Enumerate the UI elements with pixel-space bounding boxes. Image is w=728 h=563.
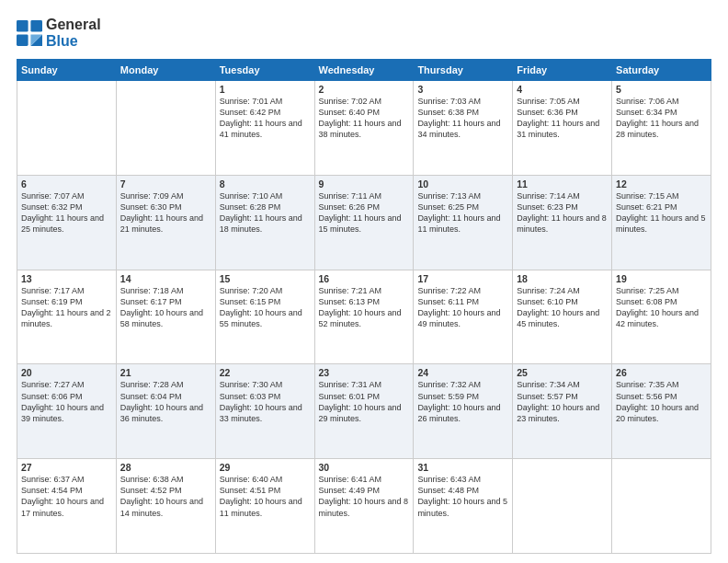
logo: General Blue xyxy=(17,17,101,50)
day-number: 6 xyxy=(21,178,112,190)
day-number: 18 xyxy=(517,273,608,284)
day-info: Sunrise: 7:03 AM Sunset: 6:38 PM Dayligh… xyxy=(417,96,508,141)
day-info: Sunrise: 6:37 AM Sunset: 4:54 PM Dayligh… xyxy=(21,474,112,519)
day-number: 26 xyxy=(616,367,707,378)
day-number: 19 xyxy=(616,273,707,284)
week-row-4: 20Sunrise: 7:27 AM Sunset: 6:06 PM Dayli… xyxy=(17,364,711,459)
day-info: Sunrise: 7:20 AM Sunset: 6:15 PM Dayligh… xyxy=(220,285,311,330)
day-number: 17 xyxy=(417,273,508,284)
weekday-tuesday: Tuesday xyxy=(215,60,314,81)
day-cell: 15Sunrise: 7:20 AM Sunset: 6:15 PM Dayli… xyxy=(215,270,314,364)
week-row-3: 13Sunrise: 7:17 AM Sunset: 6:19 PM Dayli… xyxy=(17,270,711,364)
day-number: 5 xyxy=(616,84,707,95)
day-cell: 12Sunrise: 7:15 AM Sunset: 6:21 PM Dayli… xyxy=(612,175,711,270)
day-number: 8 xyxy=(220,178,311,190)
day-cell: 2Sunrise: 7:02 AM Sunset: 6:40 PM Daylig… xyxy=(314,81,414,176)
day-cell: 28Sunrise: 6:38 AM Sunset: 4:52 PM Dayli… xyxy=(116,459,215,554)
day-cell: 29Sunrise: 6:40 AM Sunset: 4:51 PM Dayli… xyxy=(215,459,314,554)
day-info: Sunrise: 7:05 AM Sunset: 6:36 PM Dayligh… xyxy=(517,96,608,141)
day-number: 21 xyxy=(120,367,211,378)
day-number: 16 xyxy=(319,273,410,284)
weekday-header-row: SundayMondayTuesdayWednesdayThursdayFrid… xyxy=(17,60,711,81)
day-cell: 9Sunrise: 7:11 AM Sunset: 6:26 PM Daylig… xyxy=(314,175,414,270)
day-info: Sunrise: 6:43 AM Sunset: 4:48 PM Dayligh… xyxy=(417,474,508,519)
day-info: Sunrise: 7:01 AM Sunset: 6:42 PM Dayligh… xyxy=(220,96,311,141)
week-row-1: 1Sunrise: 7:01 AM Sunset: 6:42 PM Daylig… xyxy=(17,81,711,176)
day-number: 12 xyxy=(616,178,707,190)
day-cell: 22Sunrise: 7:30 AM Sunset: 6:03 PM Dayli… xyxy=(215,364,314,459)
week-row-2: 6Sunrise: 7:07 AM Sunset: 6:32 PM Daylig… xyxy=(17,175,711,270)
logo-text: General Blue xyxy=(46,17,101,50)
day-cell: 26Sunrise: 7:35 AM Sunset: 5:56 PM Dayli… xyxy=(612,364,711,459)
day-cell: 8Sunrise: 7:10 AM Sunset: 6:28 PM Daylig… xyxy=(215,175,314,270)
week-row-5: 27Sunrise: 6:37 AM Sunset: 4:54 PM Dayli… xyxy=(17,459,711,554)
day-number: 7 xyxy=(120,178,211,190)
day-cell: 23Sunrise: 7:31 AM Sunset: 6:01 PM Dayli… xyxy=(314,364,414,459)
weekday-monday: Monday xyxy=(116,60,215,81)
svg-rect-1 xyxy=(30,20,42,32)
day-cell: 21Sunrise: 7:28 AM Sunset: 6:04 PM Dayli… xyxy=(116,364,215,459)
day-cell: 30Sunrise: 6:41 AM Sunset: 4:49 PM Dayli… xyxy=(314,459,414,554)
day-info: Sunrise: 7:35 AM Sunset: 5:56 PM Dayligh… xyxy=(616,379,707,424)
day-info: Sunrise: 7:30 AM Sunset: 6:03 PM Dayligh… xyxy=(220,379,311,424)
day-cell: 31Sunrise: 6:43 AM Sunset: 4:48 PM Dayli… xyxy=(414,459,513,554)
day-cell: 4Sunrise: 7:05 AM Sunset: 6:36 PM Daylig… xyxy=(513,81,612,176)
weekday-saturday: Saturday xyxy=(612,60,711,81)
day-cell: 14Sunrise: 7:18 AM Sunset: 6:17 PM Dayli… xyxy=(116,270,215,364)
weekday-wednesday: Wednesday xyxy=(314,60,414,81)
day-cell: 1Sunrise: 7:01 AM Sunset: 6:42 PM Daylig… xyxy=(215,81,314,176)
day-info: Sunrise: 6:40 AM Sunset: 4:51 PM Dayligh… xyxy=(220,474,311,519)
day-cell: 25Sunrise: 7:34 AM Sunset: 5:57 PM Dayli… xyxy=(513,364,612,459)
day-cell: 5Sunrise: 7:06 AM Sunset: 6:34 PM Daylig… xyxy=(612,81,711,176)
svg-rect-0 xyxy=(17,20,28,32)
day-number: 4 xyxy=(517,84,608,95)
day-number: 30 xyxy=(319,462,410,473)
day-number: 14 xyxy=(120,273,211,284)
page: General Blue SundayMondayTuesdayWednesda… xyxy=(0,0,728,563)
day-info: Sunrise: 7:24 AM Sunset: 6:10 PM Dayligh… xyxy=(517,285,608,330)
day-cell: 24Sunrise: 7:32 AM Sunset: 5:59 PM Dayli… xyxy=(414,364,513,459)
day-info: Sunrise: 7:10 AM Sunset: 6:28 PM Dayligh… xyxy=(220,190,311,236)
day-info: Sunrise: 7:02 AM Sunset: 6:40 PM Dayligh… xyxy=(319,96,410,141)
day-info: Sunrise: 7:32 AM Sunset: 5:59 PM Dayligh… xyxy=(417,379,508,424)
day-cell: 7Sunrise: 7:09 AM Sunset: 6:30 PM Daylig… xyxy=(116,175,215,270)
day-number: 22 xyxy=(220,367,311,378)
weekday-sunday: Sunday xyxy=(17,60,117,81)
day-number: 11 xyxy=(517,178,608,190)
day-number: 1 xyxy=(220,84,311,95)
day-number: 3 xyxy=(417,84,508,95)
day-number: 10 xyxy=(417,178,508,190)
day-number: 29 xyxy=(220,462,311,473)
day-cell xyxy=(513,459,612,554)
day-info: Sunrise: 7:18 AM Sunset: 6:17 PM Dayligh… xyxy=(120,285,211,330)
day-cell xyxy=(612,459,711,554)
day-number: 24 xyxy=(417,367,508,378)
day-number: 15 xyxy=(220,273,311,284)
day-cell: 20Sunrise: 7:27 AM Sunset: 6:06 PM Dayli… xyxy=(17,364,117,459)
day-number: 9 xyxy=(319,178,410,190)
svg-rect-2 xyxy=(17,34,28,46)
day-info: Sunrise: 6:41 AM Sunset: 4:49 PM Dayligh… xyxy=(319,474,410,519)
day-info: Sunrise: 7:09 AM Sunset: 6:30 PM Dayligh… xyxy=(120,190,211,236)
day-info: Sunrise: 7:25 AM Sunset: 6:08 PM Dayligh… xyxy=(616,285,707,330)
day-cell: 16Sunrise: 7:21 AM Sunset: 6:13 PM Dayli… xyxy=(314,270,414,364)
header: General Blue xyxy=(17,17,711,50)
day-cell: 10Sunrise: 7:13 AM Sunset: 6:25 PM Dayli… xyxy=(414,175,513,270)
day-info: Sunrise: 7:14 AM Sunset: 6:23 PM Dayligh… xyxy=(517,190,608,236)
day-cell xyxy=(17,81,117,176)
day-number: 2 xyxy=(319,84,410,95)
day-cell: 27Sunrise: 6:37 AM Sunset: 4:54 PM Dayli… xyxy=(17,459,117,554)
day-info: Sunrise: 6:38 AM Sunset: 4:52 PM Dayligh… xyxy=(120,474,211,519)
day-number: 20 xyxy=(21,367,112,378)
day-info: Sunrise: 7:07 AM Sunset: 6:32 PM Dayligh… xyxy=(21,190,112,236)
weekday-thursday: Thursday xyxy=(414,60,513,81)
day-cell: 19Sunrise: 7:25 AM Sunset: 6:08 PM Dayli… xyxy=(612,270,711,364)
weekday-friday: Friday xyxy=(513,60,612,81)
calendar-table: SundayMondayTuesdayWednesdayThursdayFrid… xyxy=(17,59,711,554)
day-info: Sunrise: 7:17 AM Sunset: 6:19 PM Dayligh… xyxy=(21,285,112,330)
day-number: 13 xyxy=(21,273,112,284)
logo-icon xyxy=(17,20,42,46)
day-info: Sunrise: 7:21 AM Sunset: 6:13 PM Dayligh… xyxy=(319,285,410,330)
day-info: Sunrise: 7:27 AM Sunset: 6:06 PM Dayligh… xyxy=(21,379,112,424)
day-number: 27 xyxy=(21,462,112,473)
